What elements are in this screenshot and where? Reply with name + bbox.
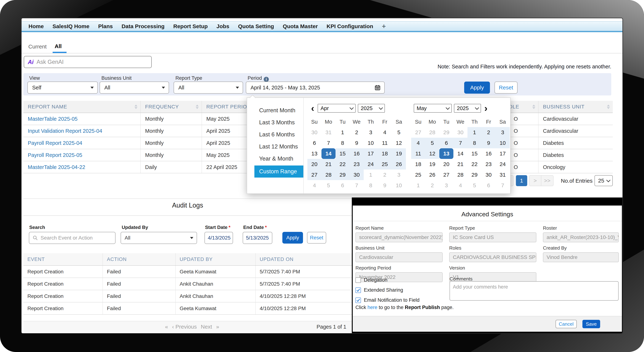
nav-item-jobs[interactable]: Jobs: [216, 23, 229, 30]
save-button[interactable]: Save: [582, 320, 600, 328]
calendar-day[interactable]: 1: [411, 180, 425, 191]
year-select[interactable]: 2025: [454, 104, 481, 113]
calendar-day[interactable]: 17: [496, 148, 510, 159]
calendar-next-icon[interactable]: ›: [483, 105, 489, 112]
calendar-day[interactable]: 26: [392, 159, 406, 170]
calendar-day[interactable]: 30: [482, 170, 496, 180]
report-name-link[interactable]: MasterTable 2025-05: [28, 116, 78, 122]
calendar-day[interactable]: 2: [425, 180, 439, 191]
calendar-day[interactable]: 28: [454, 170, 468, 180]
view-select[interactable]: Self: [28, 82, 98, 94]
tab-all[interactable]: All: [55, 43, 62, 49]
month-select[interactable]: May: [414, 104, 452, 113]
checkbox-extended-sharing[interactable]: Extended Sharing: [356, 287, 420, 293]
calendar-day[interactable]: 30: [350, 170, 364, 180]
checked-checkbox-icon[interactable]: [356, 297, 361, 303]
calendar-day[interactable]: 21: [322, 159, 336, 170]
nav-item-quota-master[interactable]: Quota Master: [283, 23, 318, 30]
nav-item-data-processing[interactable]: Data Processing: [122, 23, 164, 30]
genai-search-input[interactable]: Ai Ask GenAI: [24, 56, 152, 68]
calendar-day[interactable]: 5: [468, 180, 482, 191]
audit-apply-button[interactable]: Apply: [282, 232, 303, 244]
entries-select[interactable]: 25: [594, 175, 613, 186]
calendar-day[interactable]: 9: [378, 180, 392, 191]
cancel-button[interactable]: Cancel: [556, 320, 577, 328]
tab-current[interactable]: Current: [28, 44, 46, 50]
sort-icon[interactable]: [607, 105, 610, 109]
calendar-day[interactable]: 3: [392, 170, 406, 180]
calendar-day[interactable]: 15: [468, 148, 482, 159]
calendar-day[interactable]: 13: [439, 148, 454, 159]
calendar-day[interactable]: 19: [425, 159, 439, 170]
here-link[interactable]: here: [368, 305, 377, 310]
next-page-button[interactable]: Next: [201, 324, 212, 330]
audit-search-input[interactable]: Search Event or Action: [29, 232, 116, 244]
sort-icon[interactable]: [532, 105, 535, 109]
calendar-day[interactable]: 15: [336, 148, 350, 159]
calendar-day[interactable]: 28: [322, 170, 336, 180]
calendar-day[interactable]: 6: [482, 180, 496, 191]
calendar-day[interactable]: 6: [336, 180, 350, 191]
audit-reset-button[interactable]: Reset: [307, 232, 326, 244]
report-name-link[interactable]: Payroll Report 2025-04: [28, 140, 82, 146]
add-tab-icon[interactable]: +: [382, 23, 386, 30]
calendar-day[interactable]: 5: [425, 138, 439, 148]
updated-by-select[interactable]: All: [120, 232, 197, 244]
nav-item-report-setup[interactable]: Report Setup: [173, 23, 208, 30]
checkbox-email-notification-to-field[interactable]: Email Notification to Field: [356, 297, 420, 303]
report-name-link[interactable]: Payroll Report 2025-05: [28, 152, 82, 158]
col-report-name[interactable]: REPORT NAME: [24, 101, 140, 113]
calendar-day[interactable]: 23: [482, 159, 496, 170]
calendar-day[interactable]: 9: [350, 138, 364, 148]
pagination-last-button[interactable]: >>: [541, 175, 554, 186]
calendar-day[interactable]: 24: [496, 159, 510, 170]
first-page-icon[interactable]: «: [165, 324, 168, 330]
reset-button[interactable]: Reset: [494, 82, 518, 94]
calendar-day[interactable]: 10: [496, 138, 510, 148]
comments-textarea[interactable]: Add your comments here: [450, 281, 618, 301]
calendar-day[interactable]: 2: [482, 127, 496, 138]
calendar-day[interactable]: 29: [439, 127, 454, 138]
calendar-day[interactable]: 18: [378, 148, 392, 159]
calendar-day[interactable]: 3: [439, 180, 454, 191]
calendar-day[interactable]: 17: [364, 148, 378, 159]
calendar-day[interactable]: 10: [392, 180, 406, 191]
pagination-next-button[interactable]: >: [529, 175, 541, 186]
calendar-day[interactable]: 20: [439, 159, 454, 170]
calendar-day[interactable]: 25: [411, 170, 425, 180]
calendar-day[interactable]: 14: [322, 148, 336, 159]
calendar-day[interactable]: 6: [308, 138, 322, 148]
calendar-day[interactable]: 1: [364, 170, 378, 180]
nav-item-salesiq-home[interactable]: SalesIQ Home: [52, 23, 89, 30]
calendar-day[interactable]: 7: [322, 138, 336, 148]
calendar-day[interactable]: 29: [336, 170, 350, 180]
calendar-day[interactable]: 4: [411, 138, 425, 148]
calendar-day[interactable]: 27: [439, 170, 454, 180]
last-page-icon[interactable]: »: [216, 324, 219, 330]
checkbox-delegation[interactable]: Delegation: [356, 277, 420, 283]
calendar-day[interactable]: 25: [378, 159, 392, 170]
month-select[interactable]: Apr: [318, 104, 356, 113]
calendar-day[interactable]: 8: [364, 180, 378, 191]
calendar-prev-icon[interactable]: ‹: [310, 105, 316, 112]
previous-page-button[interactable]: ‹ Previous: [172, 324, 197, 330]
calendar-day[interactable]: 30: [454, 127, 468, 138]
calendar-day[interactable]: 3: [496, 127, 510, 138]
calendar-day[interactable]: 19: [392, 148, 406, 159]
calendar-day[interactable]: 2: [350, 127, 364, 138]
calendar-day[interactable]: 13: [308, 148, 322, 159]
calendar-day[interactable]: 20: [308, 159, 322, 170]
calendar-day[interactable]: 5: [322, 180, 336, 191]
calendar-day[interactable]: 7: [496, 180, 510, 191]
calendar-day[interactable]: 16: [350, 148, 364, 159]
start-date-input[interactable]: 4/13/2025: [204, 232, 233, 244]
col-business-unit[interactable]: BUSINESS UNIT: [538, 101, 613, 113]
calendar-day[interactable]: 5: [392, 127, 406, 138]
calendar-day[interactable]: 8: [336, 138, 350, 148]
calendar-day[interactable]: 31: [496, 170, 510, 180]
calendar-day[interactable]: 29: [468, 170, 482, 180]
calendar-day[interactable]: 12: [392, 138, 406, 148]
calendar-day[interactable]: 11: [411, 148, 425, 159]
calendar-day[interactable]: 22: [336, 159, 350, 170]
checked-checkbox-icon[interactable]: [356, 287, 361, 293]
